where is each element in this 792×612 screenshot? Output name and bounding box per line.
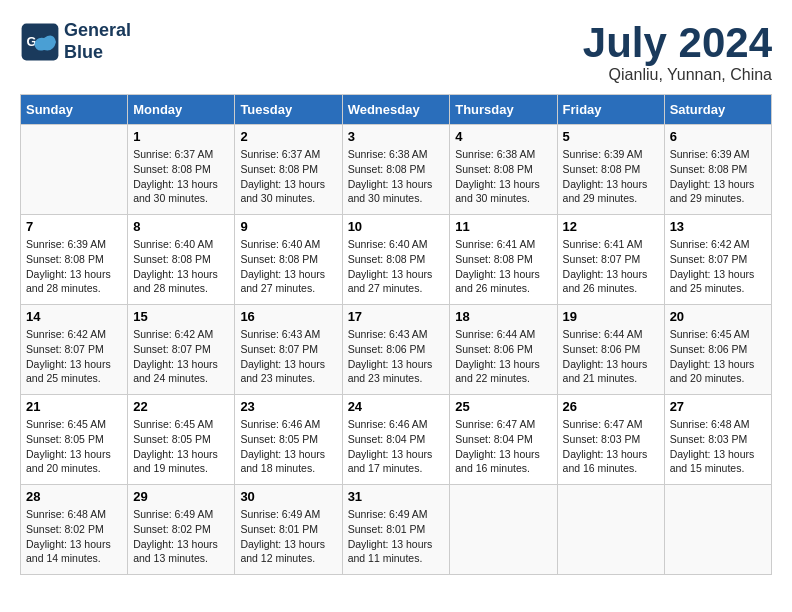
day-number: 15	[133, 309, 229, 324]
week-row-4: 21Sunrise: 6:45 AM Sunset: 8:05 PM Dayli…	[21, 395, 772, 485]
day-info: Sunrise: 6:49 AM Sunset: 8:01 PM Dayligh…	[240, 507, 336, 566]
day-number: 28	[26, 489, 122, 504]
day-number: 27	[670, 399, 766, 414]
day-number: 16	[240, 309, 336, 324]
day-info: Sunrise: 6:48 AM Sunset: 8:02 PM Dayligh…	[26, 507, 122, 566]
day-info: Sunrise: 6:43 AM Sunset: 8:07 PM Dayligh…	[240, 327, 336, 386]
day-number: 30	[240, 489, 336, 504]
cell-w1-d0	[21, 125, 128, 215]
cell-w5-d1: 29Sunrise: 6:49 AM Sunset: 8:02 PM Dayli…	[128, 485, 235, 575]
day-info: Sunrise: 6:39 AM Sunset: 8:08 PM Dayligh…	[670, 147, 766, 206]
day-info: Sunrise: 6:38 AM Sunset: 8:08 PM Dayligh…	[348, 147, 445, 206]
header-row: Sunday Monday Tuesday Wednesday Thursday…	[21, 95, 772, 125]
day-number: 25	[455, 399, 551, 414]
logo: Gen General Blue	[20, 20, 131, 63]
cell-w5-d2: 30Sunrise: 6:49 AM Sunset: 8:01 PM Dayli…	[235, 485, 342, 575]
cell-w1-d3: 3Sunrise: 6:38 AM Sunset: 8:08 PM Daylig…	[342, 125, 450, 215]
day-info: Sunrise: 6:41 AM Sunset: 8:08 PM Dayligh…	[455, 237, 551, 296]
cell-w1-d5: 5Sunrise: 6:39 AM Sunset: 8:08 PM Daylig…	[557, 125, 664, 215]
day-info: Sunrise: 6:42 AM Sunset: 8:07 PM Dayligh…	[670, 237, 766, 296]
day-info: Sunrise: 6:37 AM Sunset: 8:08 PM Dayligh…	[133, 147, 229, 206]
location: Qianliu, Yunnan, China	[583, 66, 772, 84]
day-number: 26	[563, 399, 659, 414]
cell-w1-d2: 2Sunrise: 6:37 AM Sunset: 8:08 PM Daylig…	[235, 125, 342, 215]
cell-w5-d3: 31Sunrise: 6:49 AM Sunset: 8:01 PM Dayli…	[342, 485, 450, 575]
day-number: 22	[133, 399, 229, 414]
day-info: Sunrise: 6:45 AM Sunset: 8:06 PM Dayligh…	[670, 327, 766, 386]
day-info: Sunrise: 6:40 AM Sunset: 8:08 PM Dayligh…	[240, 237, 336, 296]
day-number: 13	[670, 219, 766, 234]
day-number: 17	[348, 309, 445, 324]
day-number: 23	[240, 399, 336, 414]
cell-w1-d4: 4Sunrise: 6:38 AM Sunset: 8:08 PM Daylig…	[450, 125, 557, 215]
day-info: Sunrise: 6:44 AM Sunset: 8:06 PM Dayligh…	[455, 327, 551, 386]
day-info: Sunrise: 6:47 AM Sunset: 8:03 PM Dayligh…	[563, 417, 659, 476]
cell-w3-d3: 17Sunrise: 6:43 AM Sunset: 8:06 PM Dayli…	[342, 305, 450, 395]
day-info: Sunrise: 6:39 AM Sunset: 8:08 PM Dayligh…	[563, 147, 659, 206]
day-info: Sunrise: 6:39 AM Sunset: 8:08 PM Dayligh…	[26, 237, 122, 296]
cell-w2-d0: 7Sunrise: 6:39 AM Sunset: 8:08 PM Daylig…	[21, 215, 128, 305]
day-number: 12	[563, 219, 659, 234]
day-info: Sunrise: 6:46 AM Sunset: 8:04 PM Dayligh…	[348, 417, 445, 476]
day-info: Sunrise: 6:38 AM Sunset: 8:08 PM Dayligh…	[455, 147, 551, 206]
cell-w2-d2: 9Sunrise: 6:40 AM Sunset: 8:08 PM Daylig…	[235, 215, 342, 305]
cell-w3-d0: 14Sunrise: 6:42 AM Sunset: 8:07 PM Dayli…	[21, 305, 128, 395]
calendar-body: 1Sunrise: 6:37 AM Sunset: 8:08 PM Daylig…	[21, 125, 772, 575]
day-number: 5	[563, 129, 659, 144]
day-info: Sunrise: 6:43 AM Sunset: 8:06 PM Dayligh…	[348, 327, 445, 386]
cell-w5-d0: 28Sunrise: 6:48 AM Sunset: 8:02 PM Dayli…	[21, 485, 128, 575]
col-monday: Monday	[128, 95, 235, 125]
day-number: 1	[133, 129, 229, 144]
cell-w2-d4: 11Sunrise: 6:41 AM Sunset: 8:08 PM Dayli…	[450, 215, 557, 305]
day-info: Sunrise: 6:45 AM Sunset: 8:05 PM Dayligh…	[133, 417, 229, 476]
day-number: 4	[455, 129, 551, 144]
day-info: Sunrise: 6:41 AM Sunset: 8:07 PM Dayligh…	[563, 237, 659, 296]
day-number: 6	[670, 129, 766, 144]
calendar-table: Sunday Monday Tuesday Wednesday Thursday…	[20, 94, 772, 575]
month-title: July 2024	[583, 20, 772, 66]
cell-w3-d4: 18Sunrise: 6:44 AM Sunset: 8:06 PM Dayli…	[450, 305, 557, 395]
logo-icon: Gen	[20, 22, 60, 62]
day-info: Sunrise: 6:42 AM Sunset: 8:07 PM Dayligh…	[133, 327, 229, 386]
day-number: 21	[26, 399, 122, 414]
col-sunday: Sunday	[21, 95, 128, 125]
cell-w4-d4: 25Sunrise: 6:47 AM Sunset: 8:04 PM Dayli…	[450, 395, 557, 485]
col-tuesday: Tuesday	[235, 95, 342, 125]
day-number: 10	[348, 219, 445, 234]
day-number: 8	[133, 219, 229, 234]
cell-w4-d2: 23Sunrise: 6:46 AM Sunset: 8:05 PM Dayli…	[235, 395, 342, 485]
day-info: Sunrise: 6:49 AM Sunset: 8:01 PM Dayligh…	[348, 507, 445, 566]
day-info: Sunrise: 6:46 AM Sunset: 8:05 PM Dayligh…	[240, 417, 336, 476]
day-info: Sunrise: 6:48 AM Sunset: 8:03 PM Dayligh…	[670, 417, 766, 476]
day-number: 3	[348, 129, 445, 144]
day-number: 24	[348, 399, 445, 414]
col-friday: Friday	[557, 95, 664, 125]
col-wednesday: Wednesday	[342, 95, 450, 125]
week-row-1: 1Sunrise: 6:37 AM Sunset: 8:08 PM Daylig…	[21, 125, 772, 215]
cell-w2-d1: 8Sunrise: 6:40 AM Sunset: 8:08 PM Daylig…	[128, 215, 235, 305]
day-number: 20	[670, 309, 766, 324]
col-saturday: Saturday	[664, 95, 771, 125]
page-header: Gen General Blue July 2024 Qianliu, Yunn…	[20, 20, 772, 84]
day-info: Sunrise: 6:40 AM Sunset: 8:08 PM Dayligh…	[133, 237, 229, 296]
day-info: Sunrise: 6:37 AM Sunset: 8:08 PM Dayligh…	[240, 147, 336, 206]
cell-w3-d5: 19Sunrise: 6:44 AM Sunset: 8:06 PM Dayli…	[557, 305, 664, 395]
day-info: Sunrise: 6:40 AM Sunset: 8:08 PM Dayligh…	[348, 237, 445, 296]
title-block: July 2024 Qianliu, Yunnan, China	[583, 20, 772, 84]
cell-w4-d5: 26Sunrise: 6:47 AM Sunset: 8:03 PM Dayli…	[557, 395, 664, 485]
col-thursday: Thursday	[450, 95, 557, 125]
cell-w1-d6: 6Sunrise: 6:39 AM Sunset: 8:08 PM Daylig…	[664, 125, 771, 215]
cell-w2-d3: 10Sunrise: 6:40 AM Sunset: 8:08 PM Dayli…	[342, 215, 450, 305]
cell-w3-d1: 15Sunrise: 6:42 AM Sunset: 8:07 PM Dayli…	[128, 305, 235, 395]
cell-w5-d5	[557, 485, 664, 575]
calendar-header: Sunday Monday Tuesday Wednesday Thursday…	[21, 95, 772, 125]
day-number: 14	[26, 309, 122, 324]
cell-w2-d5: 12Sunrise: 6:41 AM Sunset: 8:07 PM Dayli…	[557, 215, 664, 305]
week-row-3: 14Sunrise: 6:42 AM Sunset: 8:07 PM Dayli…	[21, 305, 772, 395]
day-number: 2	[240, 129, 336, 144]
cell-w3-d6: 20Sunrise: 6:45 AM Sunset: 8:06 PM Dayli…	[664, 305, 771, 395]
day-number: 9	[240, 219, 336, 234]
cell-w5-d6	[664, 485, 771, 575]
cell-w5-d4	[450, 485, 557, 575]
cell-w2-d6: 13Sunrise: 6:42 AM Sunset: 8:07 PM Dayli…	[664, 215, 771, 305]
